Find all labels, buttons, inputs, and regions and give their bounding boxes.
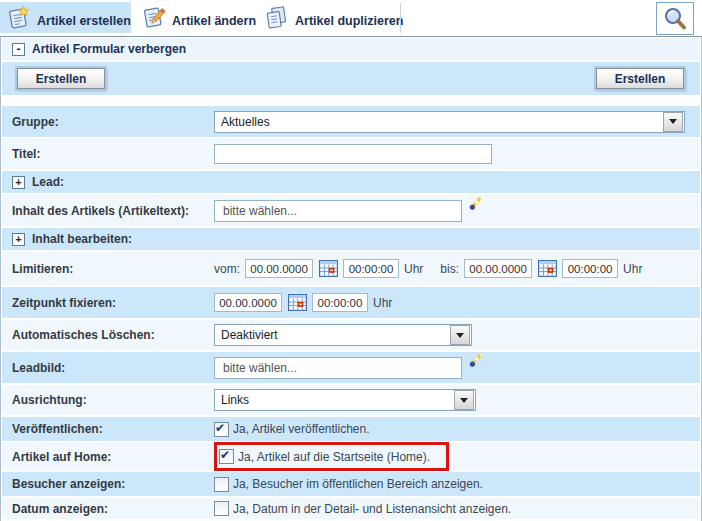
bis-date-input[interactable] [464,259,532,278]
chevron-down-icon[interactable] [454,390,474,410]
calendar-icon[interactable] [318,260,338,278]
vom-time-input[interactable] [343,259,399,278]
fixieren-time-input[interactable] [312,293,368,312]
checkbox-veroeffentlichen[interactable] [214,422,229,437]
row-veroeffentlichen: Veröffentlichen: Ja, Artikel veröffentli… [2,417,700,441]
loeschen-label: Automatisches Löschen: [12,328,214,342]
tab-label: Artikel erstellen [37,8,131,28]
leadbild-field[interactable] [214,357,462,379]
row-artikel-home: Artikel auf Home: Ja, Artikel auf die St… [2,443,700,470]
tab-label: Artikel ändern [172,8,256,28]
magnifier-icon [662,6,688,32]
gruppe-select[interactable]: Aktuelles [214,111,685,133]
minus-box-icon[interactable]: - [12,43,25,56]
artikeltext-field[interactable] [214,200,462,222]
plus-box-icon[interactable]: + [12,176,25,189]
wand-icon[interactable] [468,196,484,212]
titel-input[interactable] [214,144,492,164]
highlight-box: Ja, Artikel auf die Startseite (Home). [214,442,449,471]
row-zeitpunkt: Zeitpunkt fixieren: Uhr [2,287,700,318]
create-button-right[interactable]: Erstellen [596,68,684,89]
note-edit-icon [140,5,166,31]
row-limitieren: Limitieren: vom: Uhr bis: [2,252,700,285]
zeitpunkt-label: Zeitpunkt fixieren: [12,296,214,310]
wand-icon[interactable] [468,353,484,369]
checkbox-datum[interactable] [214,501,229,516]
artikel-home-checkbox-label: Ja, Artikel auf die Startseite (Home). [238,450,430,464]
uhr-label: Uhr [373,296,392,310]
tab-artikel-erstellen[interactable]: Artikel erstellen [0,2,131,33]
uhr-label: Uhr [623,262,642,276]
inhalt-bearbeiten-label: Inhalt bearbeiten: [32,232,132,246]
form-panel: - Artikel Formular verbergen Erstellen E… [0,36,702,521]
tab-artikel-aendern[interactable]: Artikel ändern [135,2,270,33]
row-datum: Datum anzeigen: Ja, Datum in der Detail-… [2,498,700,519]
chevron-down-icon[interactable] [450,325,470,345]
veroeffentlichen-checkbox-label: Ja, Artikel veröffentlichen. [233,422,370,436]
calendar-icon[interactable] [537,260,557,278]
tab-artikel-duplizieren[interactable]: Artikel duplizieren [258,2,417,33]
besucher-checkbox-label: Ja, Besucher im öffentlichen Bereich anz… [233,477,483,491]
form-header-label: Artikel Formular verbergen [32,42,186,56]
row-inhalt-artikel: Inhalt des Artikels (Artikeltext): [2,195,700,226]
checkbox-artikel-home[interactable] [219,449,234,464]
row-leadbild: Leadbild: [2,352,700,383]
titel-label: Titel: [12,147,214,161]
artikel-home-label: Artikel auf Home: [12,450,214,464]
ausrichtung-select-value: Links [215,393,453,407]
fixieren-date-input[interactable] [214,293,282,312]
form-collapse-header[interactable]: - Artikel Formular verbergen [2,38,700,60]
vom-date-input[interactable] [245,259,313,278]
chevron-down-icon[interactable] [663,112,683,132]
veroeffentlichen-label: Veröffentlichen: [12,422,214,436]
ausrichtung-label: Ausrichtung: [12,393,214,407]
row-titel: Titel: [2,139,700,169]
leadbild-label: Leadbild: [12,361,214,375]
vom-label: vom: [214,262,240,276]
artikeltext-label: Inhalt des Artikels (Artikeltext): [12,204,214,218]
plus-box-icon[interactable]: + [12,233,25,246]
datum-checkbox-label: Ja, Datum in der Detail- und Listenansic… [233,502,511,516]
create-button-left[interactable]: Erstellen [17,68,105,89]
row-besucher: Besucher anzeigen: Ja, Besucher im öffen… [2,472,700,496]
gruppe-select-value: Aktuelles [215,115,662,129]
tab-strip-divider [400,3,401,33]
bis-time-input[interactable] [562,259,618,278]
row-ausrichtung: Ausrichtung: Links [2,385,700,415]
row-inhalt-bearbeiten[interactable]: + Inhalt bearbeiten: [2,228,700,250]
datum-label: Datum anzeigen: [12,502,214,516]
row-loeschen: Automatisches Löschen: Deaktiviert [2,320,700,350]
bis-label: bis: [440,262,459,276]
ausrichtung-select[interactable]: Links [214,389,476,411]
besucher-label: Besucher anzeigen: [12,477,214,491]
row-gruppe: Gruppe: Aktuelles [2,106,700,137]
tab-label: Artikel duplizieren [295,8,403,28]
duplicate-pages-icon [263,5,289,31]
limitieren-label: Limitieren: [12,262,214,276]
search-button[interactable] [656,2,694,35]
row-lead[interactable]: + Lead: [2,171,700,193]
loeschen-select-value: Deaktiviert [215,328,449,342]
tab-bar: Artikel erstellen Artikel ändern Artikel… [0,0,702,36]
calendar-icon[interactable] [287,294,307,312]
gruppe-label: Gruppe: [12,115,214,129]
checkbox-besucher[interactable] [214,477,229,492]
lead-label: Lead: [32,175,64,189]
loeschen-select[interactable]: Deaktiviert [214,324,472,346]
note-new-icon [5,5,31,31]
uhr-label: Uhr [404,262,423,276]
row-create-buttons: Erstellen Erstellen [2,62,700,95]
